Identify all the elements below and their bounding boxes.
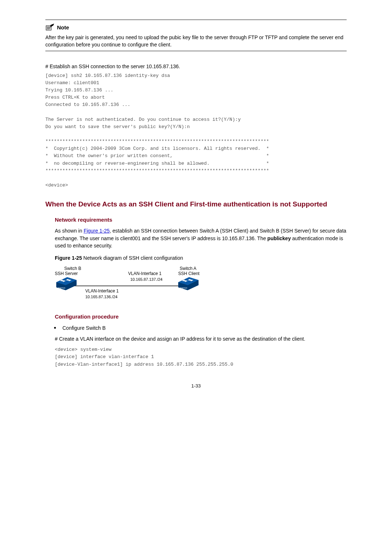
svg-rect-0 [46,26,51,30]
network-requirements-heading: Network requirements [45,216,347,224]
switchA-label2: SSH Client [178,271,200,276]
section-title: When the Device Acts as an SSH Client an… [45,199,347,209]
figure-caption-prefix: Figure 1-25 [55,255,83,261]
page-number: 1-33 [45,383,347,390]
svg-text:SWITCH: SWITCH [58,287,65,289]
figure-link[interactable]: Figure 1-25 [83,228,110,234]
mid-label1: VLAN-Interface 1 [128,271,162,276]
figure-caption: Figure 1-25 Network diagram of SSH clien… [45,254,347,262]
switchA-label1: Switch A [180,266,196,271]
step-heading: # Establish an SSH connection to the ser… [45,63,347,70]
netreq-pre: As shown in [55,228,83,234]
mid-label2: 10.165.87.137./24 [130,277,163,282]
svg-text:SWITCH: SWITCH [180,287,187,289]
config-paragraph: # Create a VLAN interface on the device … [45,335,347,342]
figure-caption-text: Network diagram of SSH client configurat… [83,255,183,261]
network-diagram: Switch B SSH Server Switch A SSH Client … [45,266,347,305]
switchB-label1: Switch B [64,266,81,271]
network-requirements-paragraph: As shown in Figure 1-25, establish an SS… [45,227,347,249]
note-label: Note [57,24,69,32]
configuration-procedure-heading: Configuration procedure [45,313,347,321]
bottom-label1: VLAN-Interface 1 [85,288,119,294]
switch-a-icon: SWITCH [178,277,199,290]
bullet-text: Configure Switch B [62,324,106,332]
switch-b-icon: SWITCH [56,277,77,290]
netreq-bold: publickey [268,235,291,241]
top-rule-2 [45,51,347,51]
note-header: Note [45,24,347,32]
bullet-dot-icon [54,327,56,329]
code-block-config: <device> system-view [device] interface … [45,346,347,368]
bullet-item: Configure Switch B [54,324,347,332]
top-rule-1 [45,20,347,20]
bottom-label2: 10.165.87.136./24 [85,295,118,299]
note-icon [45,24,55,32]
note-body: After the key pair is generated, you nee… [45,34,347,49]
code-block-ssh: [device] ssh2 10.165.87.136 identity-key… [45,72,347,189]
switchB-label2: SSH Server [55,271,78,276]
